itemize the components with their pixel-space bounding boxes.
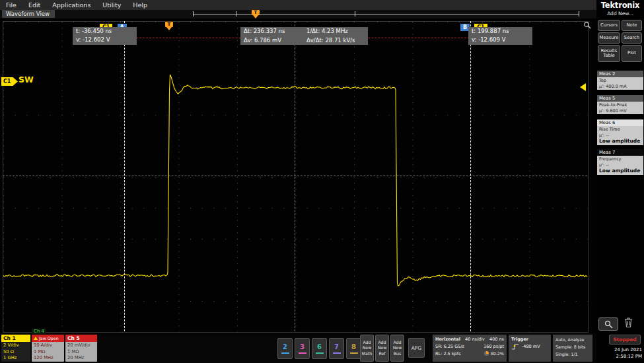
record-position-pie: [484, 351, 489, 356]
menu-help[interactable]: Help: [127, 1, 153, 9]
waveform-canvas[interactable]: [0, 18, 596, 333]
horizontal-window: 400 ns: [489, 336, 504, 343]
record-length: RL: 2.5 kpts: [435, 350, 461, 358]
meas5-value: µ': 9.600 mV: [599, 108, 641, 114]
channel5-scale: 20 mV/div: [65, 343, 97, 349]
record-end-tick: [579, 11, 579, 16]
channel3-button[interactable]: 3: [295, 338, 310, 359]
acquisition-single: Single: 1/1: [555, 350, 578, 358]
meas7-badge[interactable]: Meas 7 Frequency µ': -- Low amplitude: [597, 149, 643, 175]
channel7-button[interactable]: 7: [329, 338, 344, 359]
cursor-a-readout[interactable]: t: -36.450 ns v: -12.602 V: [73, 27, 137, 45]
trigger-panel[interactable]: Trigger -480 mV: [509, 335, 551, 362]
channel5-badge[interactable]: Ch 5 20 mV/div 1 MΩ 20 MHz: [65, 335, 97, 362]
trash-icon: [624, 317, 633, 328]
trigger-position-label: T: [252, 10, 260, 15]
channel4-impedance: 1 MΩ: [32, 349, 64, 356]
add-new-math-button[interactable]: AddNewMath: [360, 335, 374, 362]
add-new-label: Add New...: [596, 11, 644, 16]
channel1-badge[interactable]: Ch 1 2 V/div 50 Ω 1 GHz: [1, 335, 30, 362]
channel1-impedance: 50 Ω: [1, 349, 30, 356]
channel5-settings: 20 mV/div 1 MΩ 20 MHz: [65, 342, 97, 362]
right-panel: Tektronix Add New... Cursors Note Measur…: [596, 0, 644, 363]
channel6-number: 6: [317, 344, 322, 350]
run-state-button[interactable]: Stopped: [609, 335, 641, 345]
add-new-ref-button[interactable]: AddNewRef: [375, 335, 389, 362]
meas2-badge[interactable]: Meas 2 Top µ': 400.0 mA: [597, 71, 643, 90]
channel8-button[interactable]: 8: [346, 338, 361, 359]
trash-button[interactable]: [624, 317, 633, 328]
trigger-flag-label: T: [165, 22, 173, 27]
meas6-name: Rise Time: [599, 127, 641, 133]
menu-file[interactable]: File: [0, 1, 22, 9]
channel4-badge[interactable]: Jaw Open 10 A/div 1 MΩ 120 MHz: [32, 335, 64, 362]
meas5-name: Peak-to-Peak: [599, 102, 641, 108]
cursors-button[interactable]: Cursors: [598, 20, 620, 31]
cursor-b-line[interactable]: [470, 21, 471, 331]
cursor-b-readout[interactable]: t: 199.887 ns v: -12.609 V: [468, 27, 532, 45]
channel4-warning-text: Jaw Open: [39, 336, 59, 341]
sample-rate: SR: 6.25 GS/s: [435, 343, 464, 350]
waveform-display[interactable]: T C1 A B C1 t: -36.450 ns v: -12.602 V Δ…: [0, 18, 596, 333]
meas2-value: µ': 400.0 mA: [599, 84, 641, 90]
afg-button[interactable]: AFG: [408, 338, 425, 358]
channel1-right-marker[interactable]: [580, 83, 586, 91]
menu-applications[interactable]: Applications: [46, 1, 96, 9]
oscilloscope-app: File Edit Applications Utility Help Wave…: [0, 0, 644, 363]
channel5-impedance: 1 MΩ: [65, 349, 97, 356]
meas6-header: Meas 6: [597, 119, 643, 126]
channel2-button[interactable]: 2: [277, 338, 293, 359]
cursor-a-line[interactable]: [124, 21, 125, 331]
channel1-bandwidth: 1 GHz: [1, 355, 30, 362]
meas5-badge[interactable]: Meas 5 Peak-to-Peak µ': 9.600 mV: [597, 95, 643, 114]
menu-edit[interactable]: Edit: [22, 1, 46, 9]
add-new-bus-button[interactable]: AddNewBus: [390, 335, 404, 362]
horizontal-panel[interactable]: Horizontal 40 ns/div 400 ns SR: 6.25 GS/…: [433, 335, 507, 362]
channel5-name: Ch 5: [65, 335, 97, 342]
menu-bar: File Edit Applications Utility Help: [0, 0, 596, 10]
meas6-badge[interactable]: Meas 6 Rise Time µ': -- Low amplitude: [597, 119, 643, 145]
cursor-b-time: t: 199.887 ns: [472, 27, 529, 36]
meas7-name: Frequency: [599, 156, 641, 162]
settings-bar: Ch 1 2 V/div 50 Ω 1 GHz Ch 4 Jaw Open 10…: [0, 333, 596, 363]
delta-voltage: Δv: 6.786 mV: [244, 36, 306, 46]
record-position: 30.2%: [490, 351, 504, 356]
measure-button[interactable]: Measure: [598, 32, 620, 44]
search-button[interactable]: Search: [622, 32, 642, 44]
channel1-settings: 2 V/div 50 Ω 1 GHz: [1, 342, 30, 362]
channel4-scale: 10 A/div: [32, 343, 64, 349]
acquisition-mode: Auto, Analyze: [555, 336, 584, 343]
time-label: 2:58:12 PM: [614, 354, 642, 360]
channel6-button[interactable]: 6: [312, 338, 327, 359]
tab-row: Waveform View T: [0, 10, 596, 18]
horizontal-scale: 40 ns/div: [465, 336, 485, 343]
channel1-name: Ch 1: [1, 335, 30, 342]
meas7-header: Meas 7: [597, 149, 643, 156]
waveform-trace: [3, 75, 587, 286]
meas6-value: µ': --: [599, 133, 641, 139]
record-start-tick: [193, 11, 194, 16]
meas2-name: Top: [599, 78, 641, 84]
delta-slope: Δv/Δt: 28.71 kV/s: [306, 36, 365, 46]
results-table-button[interactable]: Results Table: [598, 45, 620, 62]
zoom-mode-icon[interactable]: [583, 21, 591, 29]
cursor-delta-readout[interactable]: Δt: 236.337 ns 1/Δt: 4.23 MHz Δv: 6.786 …: [240, 27, 368, 45]
acquisition-panel[interactable]: Auto, Analyze Sample: 8 bits Single: 1/1: [553, 335, 592, 362]
trigger-title: Trigger: [511, 336, 528, 343]
waveform-view-tab[interactable]: Waveform View: [2, 10, 55, 18]
menu-utility[interactable]: Utility: [96, 1, 127, 9]
inverse-delta-time: 1/Δt: 4.23 MHz: [306, 27, 365, 36]
zoom-button[interactable]: [598, 317, 618, 331]
meas5-header: Meas 5: [597, 95, 643, 102]
trigger-time-flag[interactable]: T: [165, 22, 173, 30]
meas6-note: Low amplitude: [599, 138, 641, 145]
date-label: 24 Jun 2021: [614, 347, 642, 354]
acquisition-sample: Sample: 8 bits: [555, 343, 585, 350]
plot-button[interactable]: Plot: [622, 45, 642, 62]
note-button[interactable]: Note: [622, 20, 642, 31]
channel4-settings: 10 A/div 1 MΩ 120 MHz: [32, 342, 64, 362]
window-right-bracket: [355, 11, 355, 16]
channel8-number: 8: [351, 344, 356, 350]
tektronix-logo: Tektronix: [596, 1, 644, 10]
trigger-position-marker[interactable]: T: [252, 10, 260, 18]
